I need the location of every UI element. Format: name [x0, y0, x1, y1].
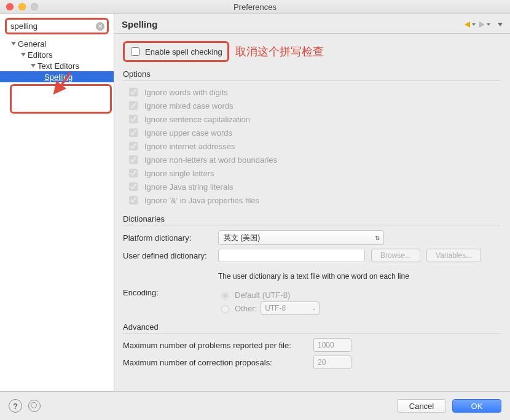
- search-box: ✕: [5, 18, 109, 34]
- encoding-default-radio: [221, 292, 229, 300]
- option-label: Ignore words with digits: [144, 88, 228, 97]
- user-dictionary-label: User defined dictionary:: [123, 251, 212, 260]
- user-dictionary-input[interactable]: [218, 249, 365, 262]
- nav-back-button[interactable]: [465, 21, 476, 28]
- max-problems-row: Maximum number of problems reported per …: [123, 338, 500, 352]
- options-group: Options Ignore words with digits Ignore …: [123, 69, 500, 207]
- encoding-other-label: Other:: [235, 304, 257, 313]
- tree-item-spelling[interactable]: Spelling: [0, 71, 114, 82]
- footer: ? Cancel OK: [0, 391, 510, 420]
- option-checkbox: [129, 88, 138, 96]
- option-checkbox: [129, 196, 138, 204]
- encoding-row: Encoding: Default (UTF-8) Other: UTF-8: [123, 288, 500, 315]
- page-menu-button[interactable]: [498, 23, 503, 26]
- option-label: Ignore internet addresses: [144, 142, 235, 151]
- annotation-box: [10, 84, 112, 114]
- user-dictionary-row: User defined dictionary: Browse... Varia…: [123, 249, 500, 262]
- option-label: Ignore single letters: [144, 169, 214, 178]
- preferences-tree: General Editors Text Editors Spelling: [0, 37, 114, 84]
- divider: [123, 225, 500, 225]
- divider: [123, 80, 500, 80]
- tree-item-general[interactable]: General: [0, 38, 114, 49]
- encoding-default-radio-row: Default (UTF-8): [218, 288, 320, 301]
- chevron-down-icon: [21, 53, 26, 56]
- tree-item-text-editors[interactable]: Text Editors: [0, 60, 114, 71]
- option-row: Ignore Java string literals: [127, 180, 500, 193]
- option-checkbox: [129, 155, 138, 164]
- enable-spellcheck-label: Enable spell checking: [145, 47, 222, 56]
- tree-label: Text Editors: [37, 61, 79, 71]
- divider: [123, 333, 500, 333]
- window-controls: [0, 3, 38, 10]
- chevron-down-icon: ⌄: [312, 305, 316, 311]
- option-label: Ignore Java string literals: [144, 182, 233, 192]
- option-checkbox: [129, 101, 138, 110]
- option-row: Ignore sentence capitalization: [127, 112, 500, 126]
- encoding-label: Encoding:: [123, 288, 212, 297]
- page-content: Enable spell checking 取消这个拼写检查 Options I…: [114, 34, 510, 391]
- platform-dictionary-label: Platform dictionary:: [123, 233, 212, 243]
- options-list: Ignore words with digits Ignore mixed ca…: [123, 85, 500, 207]
- user-dictionary-hint: The user dictionary is a text file with …: [218, 266, 500, 284]
- annotation-text: 取消这个拼写检查: [235, 44, 324, 59]
- enable-spellcheck-row[interactable]: Enable spell checking: [123, 41, 229, 62]
- maximize-icon: [31, 3, 38, 10]
- clear-icon[interactable]: ✕: [96, 22, 104, 31]
- chevron-down-icon: [487, 23, 490, 26]
- max-proposals-label: Maximum number of correction proposals:: [123, 358, 307, 367]
- tree-label: General: [18, 39, 46, 49]
- encoding-other-radio: [221, 305, 229, 313]
- option-checkbox: [129, 142, 138, 150]
- encoding-other-combo: UTF-8 ⌄: [261, 301, 320, 315]
- max-proposals-input: [313, 356, 351, 369]
- sidebar: ✕ General Editors Text Editors: [0, 14, 114, 391]
- option-row: Ignore single letters: [127, 166, 500, 180]
- import-export-button[interactable]: [28, 400, 41, 412]
- option-checkbox: [129, 128, 138, 137]
- option-checkbox: [129, 115, 138, 123]
- group-title: Advanced: [123, 322, 500, 332]
- tree-label: Editors: [28, 50, 52, 60]
- search-input[interactable]: [7, 20, 107, 33]
- advanced-group: Advanced Maximum number of problems repo…: [123, 322, 500, 369]
- titlebar: Preferences: [0, 0, 510, 14]
- platform-dictionary-row: Platform dictionary: 英文 (美国) ⇅: [123, 230, 500, 245]
- arrow-left-icon: [465, 21, 470, 28]
- window-title: Preferences: [0, 2, 510, 12]
- help-button[interactable]: ?: [9, 399, 22, 413]
- cancel-button[interactable]: Cancel: [397, 399, 446, 413]
- page-header: Spelling: [114, 14, 510, 34]
- minimize-icon[interactable]: [18, 3, 26, 10]
- option-label: Ignore sentence capitalization: [144, 115, 250, 124]
- platform-dictionary-select[interactable]: 英文 (美国) ⇅: [218, 230, 384, 245]
- option-row: Ignore internet addresses: [127, 139, 500, 153]
- group-title: Dictionaries: [123, 214, 500, 224]
- option-row: Ignore non-letters at word boundaries: [127, 153, 500, 166]
- option-label: Ignore '&' in Java properties files: [144, 196, 259, 205]
- nav-arrows: [465, 21, 503, 28]
- option-label: Ignore upper case words: [144, 128, 232, 138]
- enable-spellcheck-checkbox[interactable]: [131, 47, 139, 56]
- encoding-other-radio-row: Other: UTF-8 ⌄: [218, 301, 320, 315]
- group-title: Options: [123, 69, 500, 79]
- ok-button[interactable]: OK: [452, 399, 501, 413]
- option-row: Ignore upper case words: [127, 126, 500, 139]
- body: ✕ General Editors Text Editors: [0, 14, 510, 391]
- max-proposals-row: Maximum number of correction proposals:: [123, 356, 500, 369]
- updown-icon: ⇅: [375, 235, 380, 241]
- option-row: Ignore mixed case words: [127, 99, 500, 112]
- select-value: 英文 (美国): [224, 233, 260, 243]
- nav-forward-button: [479, 21, 490, 28]
- option-checkbox: [129, 169, 138, 177]
- tree-item-editors[interactable]: Editors: [0, 49, 114, 60]
- preferences-window: Preferences ✕ General Edito: [0, 0, 510, 420]
- option-row: Ignore '&' in Java properties files: [127, 193, 500, 207]
- variables-button: Variables...: [426, 249, 481, 262]
- chevron-down-icon: [472, 23, 476, 26]
- page-title: Spelling: [122, 19, 465, 29]
- option-label: Ignore non-letters at word boundaries: [144, 155, 277, 165]
- close-icon[interactable]: [6, 3, 14, 10]
- option-label: Ignore mixed case words: [144, 101, 233, 111]
- max-problems-input: [313, 338, 351, 352]
- max-problems-label: Maximum number of problems reported per …: [123, 341, 307, 350]
